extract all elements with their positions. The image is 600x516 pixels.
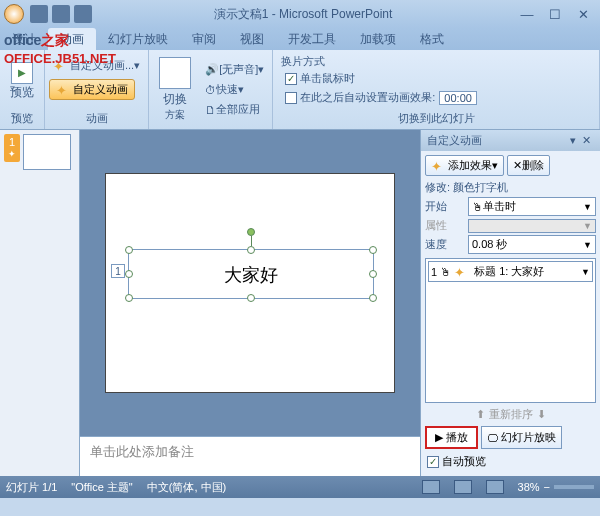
custom-animation-button[interactable]: 自定义动画 [49, 79, 135, 100]
slide-thumb-image [23, 134, 71, 170]
zoom-out-button[interactable]: − [544, 481, 550, 493]
resize-handle[interactable] [369, 246, 377, 254]
mouse-icon: 🖱 [440, 266, 451, 278]
resize-handle[interactable] [369, 294, 377, 302]
tab-review[interactable]: 审阅 [180, 28, 228, 50]
workspace: 1✦ 1 大家好 [0, 130, 600, 476]
editor: 1 大家好 单击此处添加备注 [80, 130, 420, 476]
play-button[interactable]: ▶ 播放 [425, 426, 478, 449]
ribbon-group-transition: 换片方式 ✓ 单击鼠标时 在此之后自动设置动画效果: 00:00 切换到此幻灯片 [273, 50, 600, 129]
slideshow-button[interactable]: 🖵 幻灯片放映 [481, 426, 562, 449]
slide-canvas[interactable]: 1 大家好 [105, 173, 395, 393]
theme-label: "Office 主题" [71, 480, 132, 495]
on-click-checkbox[interactable]: ✓ 单击鼠标时 [281, 69, 359, 88]
titlebar: 演示文稿1 - Microsoft PowerPoint — ☐ ✕ [0, 0, 600, 28]
dropdown-icon[interactable]: ▼ [581, 267, 590, 277]
add-effect-button[interactable]: 添加效果 ▾ [425, 155, 504, 176]
qat-redo-icon[interactable] [74, 5, 92, 23]
star-icon [56, 83, 70, 97]
resize-handle[interactable] [247, 294, 255, 302]
close-button[interactable]: ✕ [570, 5, 596, 23]
slide-count: 幻灯片 1/1 [6, 480, 57, 495]
maximize-button[interactable]: ☐ [542, 5, 568, 23]
auto-preview-checkbox[interactable]: ✓ 自动预览 [425, 451, 596, 472]
watermark: office之家 OFFICE.JB51.NET [4, 32, 116, 66]
resize-handle[interactable] [125, 246, 133, 254]
property-select: ▼ [468, 219, 596, 233]
textbox-selected[interactable]: 1 大家好 [128, 249, 374, 299]
tab-view[interactable]: 视图 [228, 28, 276, 50]
resize-handle[interactable] [247, 246, 255, 254]
start-select[interactable]: 🖱 单击时▼ [468, 197, 596, 216]
reorder-row: ⬆ 重新排序 ⬇ [425, 405, 596, 424]
slide-number-badge: 1✦ [4, 134, 20, 162]
office-button[interactable] [4, 4, 24, 24]
zoom-slider[interactable] [554, 485, 594, 489]
slide-area[interactable]: 1 大家好 [80, 130, 420, 436]
apply-all-button[interactable]: 🗋 全部应用 [201, 100, 268, 119]
modify-label: 修改: 颜色打字机 [425, 178, 596, 197]
task-pane-title: 自定义动画 ▾ ✕ [421, 130, 600, 151]
move-down-button: ⬇ [537, 408, 546, 421]
task-pane: 自定义动画 ▾ ✕ 添加效果 ▾ ✕ 删除 修改: 颜色打字机 开始 🖱 单击时… [420, 130, 600, 476]
ribbon-group-transition-scheme: 切换 方案 🔊 [无声音] ▾ ⏱ 快速 ▾ 🗋 全部应用 [149, 50, 273, 129]
speed-dropdown[interactable]: ⏱ 快速 ▾ [201, 80, 268, 99]
textbox-content[interactable]: 大家好 [129, 250, 373, 300]
effect-list[interactable]: 1 🖱 标题 1: 大家好 ▼ [425, 258, 596, 403]
auto-time-input[interactable]: 00:00 [439, 91, 477, 105]
resize-handle[interactable] [369, 270, 377, 278]
view-normal-button[interactable] [422, 480, 440, 494]
start-label: 开始 [425, 199, 465, 214]
transition-icon [159, 57, 191, 89]
qat-save-icon[interactable] [30, 5, 48, 23]
resize-handle[interactable] [125, 270, 133, 278]
view-slideshow-button[interactable] [486, 480, 504, 494]
auto-after-checkbox[interactable]: 在此之后自动设置动画效果: 00:00 [281, 88, 481, 107]
animation-tag[interactable]: 1 [111, 264, 125, 278]
speed-label: 速度 [425, 237, 465, 252]
window-title: 演示文稿1 - Microsoft PowerPoint [94, 6, 512, 23]
language-label[interactable]: 中文(简体, 中国) [147, 480, 226, 495]
zoom-control[interactable]: 38% − [518, 481, 594, 493]
transition-scheme-button[interactable]: 切换 方案 [153, 55, 197, 124]
speed-select[interactable]: 0.08 秒▼ [468, 235, 596, 254]
checkbox-icon: ✓ [285, 73, 297, 85]
transition-title: 换片方式 [281, 54, 325, 69]
tab-developer[interactable]: 开发工具 [276, 28, 348, 50]
view-sorter-button[interactable] [454, 480, 472, 494]
star-icon [454, 265, 468, 279]
taskpane-close-icon[interactable]: ✕ [579, 134, 594, 147]
effect-item[interactable]: 1 🖱 标题 1: 大家好 ▼ [428, 261, 593, 282]
move-up-button: ⬆ [476, 408, 485, 421]
resize-handle[interactable] [125, 294, 133, 302]
tab-addins[interactable]: 加载项 [348, 28, 408, 50]
statusbar: 幻灯片 1/1 "Office 主题" 中文(简体, 中国) 38% − [0, 476, 600, 498]
remove-effect-button[interactable]: ✕ 删除 [507, 155, 550, 176]
property-label: 属性 [425, 218, 465, 233]
tab-format[interactable]: 格式 [408, 28, 456, 50]
notes-area[interactable]: 单击此处添加备注 [80, 436, 420, 476]
checkbox-icon: ✓ [427, 456, 439, 468]
checkbox-icon [285, 92, 297, 104]
star-icon [431, 159, 445, 173]
taskpane-dropdown-icon[interactable]: ▾ [567, 134, 579, 147]
rotate-handle[interactable] [247, 228, 255, 236]
minimize-button[interactable]: — [514, 5, 540, 23]
qat-undo-icon[interactable] [52, 5, 70, 23]
slide-panel: 1✦ [0, 130, 80, 476]
slide-thumbnail[interactable]: 1✦ [4, 134, 75, 170]
sound-dropdown[interactable]: 🔊 [无声音] ▾ [201, 60, 268, 79]
